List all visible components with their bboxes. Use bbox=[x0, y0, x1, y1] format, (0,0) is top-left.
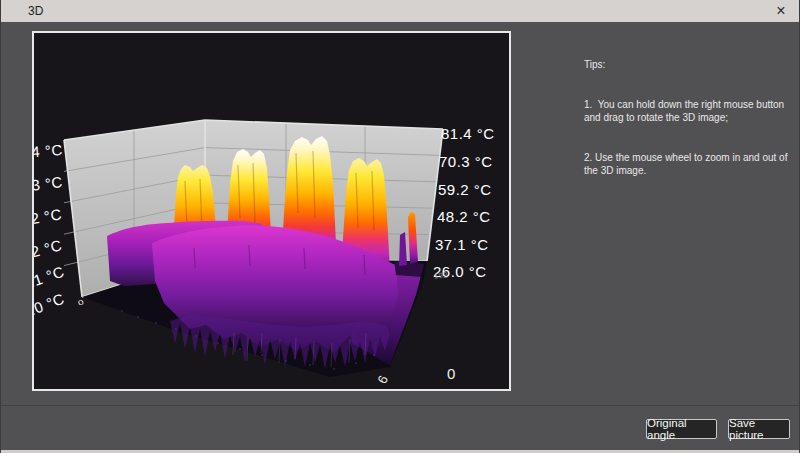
temp-label-right-37: 37.1 °C bbox=[435, 236, 489, 253]
window-title: 3D bbox=[28, 4, 43, 18]
thermal-3d-plot[interactable]: 81.4 °C 70.3 °C 59.2 °C 48.2 °C 37.1 °C … bbox=[32, 31, 511, 391]
tips-panel: Tips: 1. You can hold down the right mou… bbox=[584, 32, 799, 203]
original-angle-button[interactable]: Original angle bbox=[646, 419, 717, 439]
tips-line-2: 2. Use the mouse wheel to zoom in and ou… bbox=[584, 151, 799, 177]
temp-label-right-70: 70.3 °C bbox=[439, 153, 493, 170]
temp-label-right-48: 48.2 °C bbox=[437, 208, 491, 225]
tips-title: Tips: bbox=[584, 58, 799, 71]
dialog-window: 3D × bbox=[0, 0, 800, 453]
title-bar: 3D × bbox=[1, 0, 799, 22]
axis-tick-zero-right: 0 bbox=[447, 365, 455, 382]
tips-line-1: 1. You can hold down the right mouse but… bbox=[584, 98, 799, 124]
bottom-separator bbox=[1, 405, 799, 406]
temp-label-right-81: 81.4 °C bbox=[441, 125, 495, 142]
temp-label-right-59: 59.2 °C bbox=[438, 181, 492, 198]
save-picture-button[interactable]: Save picture bbox=[728, 419, 790, 439]
depth-axis-tick-192: 192 bbox=[434, 270, 449, 280]
close-icon[interactable]: × bbox=[769, 0, 793, 22]
